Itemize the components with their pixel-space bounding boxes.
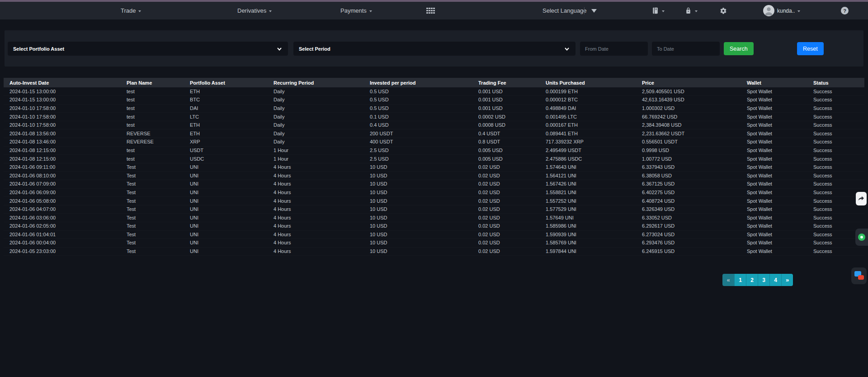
table-cell: 0.02 USD — [472, 188, 540, 197]
table-cell: 10 USD — [364, 197, 472, 205]
table-cell: 2024-01-08 13:56:00 — [4, 129, 121, 138]
table-cell: UNI — [184, 197, 268, 205]
table-cell: 1.577529 UNI — [540, 205, 636, 214]
table-cell: LTC — [184, 113, 268, 121]
table-cell: Daily — [268, 129, 364, 138]
table-cell: 10 USD — [364, 247, 472, 256]
table-cell: 42,613.16439 USD — [636, 96, 741, 105]
table-cell: 0.498849 DAI — [540, 104, 636, 113]
share-arrow-icon — [857, 195, 865, 203]
table-cell: 0.5 USD — [364, 104, 472, 113]
pagination-page-1[interactable]: 1 — [734, 274, 746, 286]
from-date-input[interactable] — [580, 42, 648, 56]
to-date-input[interactable] — [652, 42, 720, 56]
table-cell: 2024-01-08 12:15:00 — [4, 155, 121, 163]
table-cell: 0.4 USDT — [472, 129, 540, 138]
table-cell: 0.02 USD — [472, 230, 540, 239]
period-select[interactable]: Select Period — [293, 42, 576, 56]
apps-grid-icon — [426, 8, 435, 14]
table-cell: Test — [121, 230, 184, 239]
table-cell: Spot Wallet — [741, 121, 807, 129]
nav-menu-trade[interactable]: Trade — [121, 2, 141, 19]
help-button[interactable]: ? — [841, 2, 849, 19]
pagination-next-button[interactable]: » — [781, 274, 793, 286]
table-cell: Success — [807, 155, 864, 163]
table-cell: DAI — [184, 104, 268, 113]
orders-menu-button[interactable] — [651, 2, 665, 19]
reset-button[interactable]: Reset — [797, 42, 824, 55]
table-cell: 10 USD — [364, 222, 472, 231]
table-cell: 4 Hours — [268, 205, 364, 214]
table-cell: Success — [807, 87, 864, 96]
table-cell: UNI — [184, 163, 268, 172]
settings-button[interactable] — [720, 2, 727, 19]
table-cell: 2024-01-06 08:10:00 — [4, 172, 121, 180]
nav-menu-payments-label: Payments — [340, 7, 367, 14]
table-cell: 66.769242 USD — [636, 113, 741, 121]
language-dropdown-button[interactable] — [591, 2, 597, 19]
table-cell: 0.02 USD — [472, 222, 540, 231]
table-cell: 4 Hours — [268, 180, 364, 189]
language-selector[interactable]: Select Language — [542, 2, 587, 19]
table-cell: 2024-01-06 01:04:01 — [4, 230, 121, 239]
table-cell: Success — [807, 96, 864, 105]
table-cell: 2024-01-08 12:15:00 — [4, 146, 121, 155]
pagination-prev-button[interactable]: « — [722, 274, 734, 286]
table-cell: 2024-01-06 09:11:00 — [4, 163, 121, 172]
table-cell: Success — [807, 146, 864, 155]
table-row: 2024-01-15 13:00:00testETHDaily0.5 USD0.… — [4, 87, 864, 96]
table-cell: 0.02 USD — [472, 247, 540, 256]
table-body: 2024-01-15 13:00:00testETHDaily0.5 USD0.… — [4, 87, 864, 256]
table-cell: Success — [807, 247, 864, 256]
table-cell: 1.585769 UNI — [540, 239, 636, 248]
table-cell: 4 Hours — [268, 188, 364, 197]
pagination-page-4[interactable]: 4 — [769, 274, 781, 286]
table-cell: 0.000199 ETH — [540, 87, 636, 96]
apps-grid-button[interactable] — [426, 2, 435, 19]
table-row: 2024-01-06 03:06:00TestUNI4 Hours10 USD0… — [4, 214, 864, 222]
portfolio-asset-select[interactable]: Select Portfolio Asset — [8, 42, 288, 56]
nav-menu-trade-label: Trade — [121, 7, 136, 14]
table-cell: Daily — [268, 96, 364, 105]
column-header-plan-name: Plan Name — [121, 78, 184, 87]
table-cell: UNI — [184, 180, 268, 189]
table-cell: 4 Hours — [268, 172, 364, 180]
table-cell: UNI — [184, 205, 268, 214]
table-cell: BTC — [184, 96, 268, 105]
table-row: 2024-01-08 13:56:00REVERSEETHDaily200 US… — [4, 129, 864, 138]
table-cell: Daily — [268, 121, 364, 129]
chevron-down-icon — [797, 10, 800, 12]
table-cell: Test — [121, 239, 184, 248]
feedback-widget-button[interactable] — [851, 267, 867, 284]
table-cell: 10 USD — [364, 188, 472, 197]
user-menu[interactable]: kunda.. — [763, 2, 800, 19]
pagination: « 1234» — [722, 274, 793, 286]
column-header-invested-per-period: Invested per period — [364, 78, 472, 87]
table-cell: 1.557252 UNI — [540, 197, 636, 205]
wallet-menu-button[interactable] — [684, 2, 698, 19]
table-cell: Daily — [268, 87, 364, 96]
chat-widget-button[interactable] — [855, 229, 868, 246]
pagination-page-2[interactable]: 2 — [746, 274, 758, 286]
table-cell: Test — [121, 247, 184, 256]
table-cell: 1 Hour — [268, 146, 364, 155]
table-row: 2024-01-06 04:07:00TestUNI4 Hours10 USD0… — [4, 205, 864, 214]
share-widget-button[interactable] — [856, 192, 867, 205]
pagination-page-3[interactable]: 3 — [758, 274, 769, 286]
green-chat-icon — [858, 234, 865, 241]
column-header-portfolio-asset: Portfolio Asset — [184, 78, 268, 87]
table-cell: UNI — [184, 172, 268, 180]
table-cell: Test — [121, 222, 184, 231]
table-cell: 0.02 USD — [472, 172, 540, 180]
nav-menu-derivatives[interactable]: Derivatives — [237, 2, 272, 19]
nav-menu-payments[interactable]: Payments — [340, 2, 372, 19]
chevron-down-icon — [369, 10, 372, 12]
table-cell: 0.000167 ETH — [540, 121, 636, 129]
table-row: 2024-01-06 00:04:00TestUNI4 Hours10 USD0… — [4, 239, 864, 248]
filter-panel: Select Portfolio Asset Select Period Sea… — [5, 30, 863, 67]
table-cell: 10 USD — [364, 230, 472, 239]
table-cell: Daily — [268, 104, 364, 113]
language-divider — [584, 2, 585, 19]
divider — [584, 7, 585, 14]
search-button[interactable]: Search — [724, 42, 754, 55]
